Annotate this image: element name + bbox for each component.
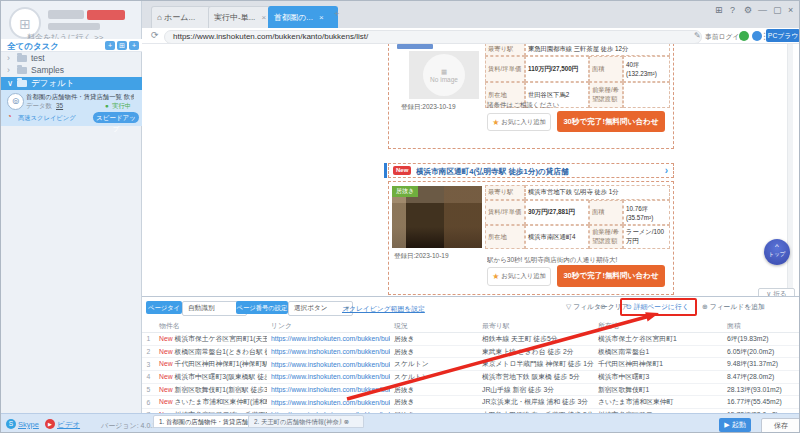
apps-menu-icon[interactable]: ⊞ xyxy=(715,5,723,15)
cell-station[interactable]: 横浜市営地下鉄 阪東橋 徒歩 5分 xyxy=(478,372,594,382)
table-row[interactable]: 6 Newさいたま市浦和区東仲町(浦和駅 徒... https://www.in… xyxy=(142,396,800,409)
video-icon[interactable]: ▶ xyxy=(45,419,55,429)
sort-tasks-icon[interactable]: ⊞ xyxy=(117,41,127,50)
cell-station[interactable]: JR山手線 新宿 徒歩 3分 xyxy=(478,385,594,395)
cell-address[interactable]: 横浜市保土ケ谷区宮田町1 xyxy=(594,334,723,344)
inquiry-cta-button[interactable]: 30秒で完了!無料問い合わせ xyxy=(557,265,665,287)
close-icon[interactable]: × xyxy=(319,13,324,22)
cell-area[interactable]: 28.13坪(93.01m2) xyxy=(723,385,800,395)
table-row[interactable]: 2 New板橋区南常盤台1(ときわ台駅 徒歩2... https://www.i… xyxy=(142,346,800,359)
cell-name[interactable]: New千代田区神田神保町1(神保町駅 徒歩... xyxy=(155,359,267,369)
header-status[interactable]: 現況 xyxy=(390,321,478,331)
header-area[interactable]: 面積 xyxy=(723,321,800,331)
cell-address[interactable]: 新宿区歌舞伎町1 xyxy=(594,385,723,395)
cell-station[interactable]: 東京メトロ半蔵門線 神保町 徒歩 1分 xyxy=(478,359,594,369)
edit-pencil-icon[interactable]: ✎ xyxy=(694,31,701,40)
add-task-icon[interactable]: + xyxy=(129,41,139,50)
cell-address[interactable]: さいたま市浦和区東仲町 xyxy=(594,397,723,407)
add-field-button[interactable]: ⊕フィールドを追加 xyxy=(702,302,765,312)
table-row[interactable]: 4 New横浜市中区曙町3(阪東橋駅 徒歩5分... https://www.i… xyxy=(142,371,800,384)
sidebar-folder-test[interactable]: › test xyxy=(1,53,142,64)
table-row[interactable]: 1 New横浜市保土ケ谷区宮田町1(天王町駅 ... https://www.i… xyxy=(142,333,800,346)
close-sheet-icon[interactable]: ⊗ xyxy=(344,418,349,425)
address-value[interactable]: 横浜市南区通町4 xyxy=(525,225,589,249)
cell-station[interactable]: 相鉄本線 天王町 徒歩5分 xyxy=(478,334,594,344)
browser-mode-button[interactable]: PCブラウザ ▾ xyxy=(766,29,800,42)
tab-home[interactable]: ⌂ ホーム... xyxy=(151,6,215,29)
cell-link[interactable]: https://www.inshokuten.com/bukken/bukke.… xyxy=(267,386,390,393)
header-link[interactable]: リンク xyxy=(267,321,390,331)
station-value[interactable]: 東急田園都市線 三軒茶屋 徒歩 12分 xyxy=(525,44,670,56)
cell-area[interactable]: 6.05坪(20.0m2) xyxy=(723,347,800,357)
cell-name[interactable]: Newさいたま市浦和区東仲町(浦和駅 徒... xyxy=(155,397,267,407)
cell-status[interactable]: 居抜き xyxy=(390,347,478,357)
header-name[interactable]: 物件名 xyxy=(155,321,267,331)
page-type-chip[interactable]: ページタイプ xyxy=(146,301,182,314)
back-to-top-button[interactable]: ^ トップ xyxy=(764,239,790,265)
cell-status[interactable]: 居抜き xyxy=(390,334,478,344)
scrape-range-link[interactable]: スクレイピング範囲を設定 xyxy=(342,304,425,314)
cell-area[interactable]: 6坪(19.83m2) xyxy=(723,334,800,344)
minimize-icon[interactable]: — xyxy=(758,5,767,15)
cell-link[interactable]: https://www.inshokuten.com/bukken/bukke.… xyxy=(267,335,390,342)
listing-card-2[interactable]: New 横浜市南区通町4(弘明寺駅 徒歩1分)の貸店舗 › 居抜き 登録日:20… xyxy=(388,161,674,295)
inquiry-cta-button[interactable]: 30秒で完了!無料問い合わせ xyxy=(557,111,665,132)
table-row[interactable]: 3 New千代田区神田神保町1(神保町駅 徒歩... https://www.i… xyxy=(142,358,800,371)
cell-name[interactable]: New横浜市中区曙町3(阪東橋駅 徒歩5分... xyxy=(155,372,267,382)
add-folder-icon[interactable]: + xyxy=(105,41,115,50)
cell-name[interactable]: New横浜市保土ケ谷区宮田町1(天王町駅 ... xyxy=(155,334,267,344)
help-icon[interactable]: ? xyxy=(730,5,735,15)
maximize-icon[interactable]: ▢ xyxy=(773,5,782,15)
all-tasks-header[interactable]: 全てのタスク + ⊞ + xyxy=(1,39,142,52)
rent-value[interactable]: 110万円/27,500円 xyxy=(525,56,589,82)
cell-area[interactable]: 8.47坪(28.0m2) xyxy=(723,372,800,382)
table-row[interactable]: 5 New新宿区歌舞伎町1(新宿駅 徒歩3分)... https://www.i… xyxy=(142,384,800,397)
cell-link[interactable]: https://www.inshokuten.com/bukken/bukke.… xyxy=(267,373,390,380)
cell-link[interactable]: https://www.inshokuten.com/bukken/bukke.… xyxy=(267,399,390,406)
skype-link[interactable]: Skype xyxy=(18,420,39,429)
biz-value[interactable]: ラーメン/100万円 xyxy=(623,225,670,249)
url-input[interactable]: https://www.inshokuten.com/bukken/kanto/… xyxy=(164,30,702,44)
listing-title-bar[interactable]: New 横浜市南区通町4(弘明寺駅 徒歩1分)の貸店舗 › xyxy=(388,163,674,178)
green-status-icon[interactable] xyxy=(739,31,749,41)
cell-status[interactable]: 居抜き xyxy=(390,385,478,395)
speedup-button[interactable]: スピードアップ xyxy=(93,112,139,123)
station-value[interactable]: 横浜市営地下鉄 弘明寺 徒歩 1分 xyxy=(525,185,670,200)
header-station[interactable]: 最寄り駅 xyxy=(478,321,594,331)
task-item[interactable]: ⊚ 首都圏の店舗物件・賃貸店舗一覧 飲食店ドッ... データ数 35 ● 実行中… xyxy=(1,90,142,126)
listing-title[interactable]: 横浜市南区通町4(弘明寺駅 徒歩1分)の貸店舗 xyxy=(416,167,646,177)
listing-card-1[interactable]: ▦ No image 登録日:2023-10-19 最寄り駅 東急田園都市線 三… xyxy=(388,44,674,149)
rent-value[interactable]: 30万円/27,881円 xyxy=(525,200,589,225)
window-close-icon[interactable]: × xyxy=(788,5,793,15)
favorite-button[interactable]: ★ お気に入り追加 xyxy=(487,113,551,131)
new-tab-icon[interactable]: + xyxy=(334,9,339,19)
cell-station[interactable]: 東武東上線 ときわ台 徒歩 2分 xyxy=(478,347,594,357)
page-number-chip[interactable]: ページ番号の設定 xyxy=(236,301,288,314)
cell-station[interactable]: JR京浜東北・根岸線 浦和 徒歩 3分 xyxy=(478,397,594,407)
chevron-right-icon[interactable]: › xyxy=(665,165,668,176)
header-address[interactable]: 所在地 xyxy=(594,321,723,331)
close-icon[interactable]: × xyxy=(262,13,267,22)
cell-status[interactable]: スケルトン xyxy=(390,372,478,382)
launch-button[interactable]: ▶ 起動 xyxy=(719,418,751,432)
cell-name[interactable]: New新宿区歌舞伎町1(新宿駅 徒歩3分)... xyxy=(155,385,267,395)
save-button[interactable]: 保存 xyxy=(761,418,800,433)
favorite-button[interactable]: ★ お気に入り追加 xyxy=(487,267,551,286)
sidebar-folder-samples[interactable]: › Samples xyxy=(1,65,142,76)
cell-link[interactable]: https://www.inshokuten.com/bukken/bukke.… xyxy=(267,348,390,355)
cell-area[interactable]: 9.48坪(31.37m2) xyxy=(723,359,800,369)
area-value[interactable]: 10.76坪(35.57m²) xyxy=(623,200,670,225)
tab-current-task[interactable]: 首都圏の... × xyxy=(268,6,338,29)
cell-status[interactable]: スケルトン xyxy=(390,359,478,369)
video-link[interactable]: ビデオ xyxy=(57,420,80,430)
skype-icon[interactable]: S xyxy=(6,419,16,429)
refresh-icon[interactable]: ⟳ xyxy=(151,30,159,40)
cell-address[interactable]: 横浜市中区曙町3 xyxy=(594,372,723,382)
sidebar-folder-default[interactable]: ∨ デフォルト xyxy=(1,77,142,90)
cell-address[interactable]: 千代田区神田神保町1 xyxy=(594,359,723,369)
sheet-tab-1[interactable]: 1. 首都圏の店舗物件・賃貸店舗一覧 ... xyxy=(153,415,257,428)
cell-address[interactable]: 板橋区南常盤台1 xyxy=(594,347,723,357)
settings-gear-icon[interactable]: ⚙ xyxy=(744,5,752,15)
cell-link[interactable]: https://www.inshokuten.com/bukken/bukke.… xyxy=(267,361,390,368)
cell-status[interactable]: 居抜き xyxy=(390,397,478,407)
